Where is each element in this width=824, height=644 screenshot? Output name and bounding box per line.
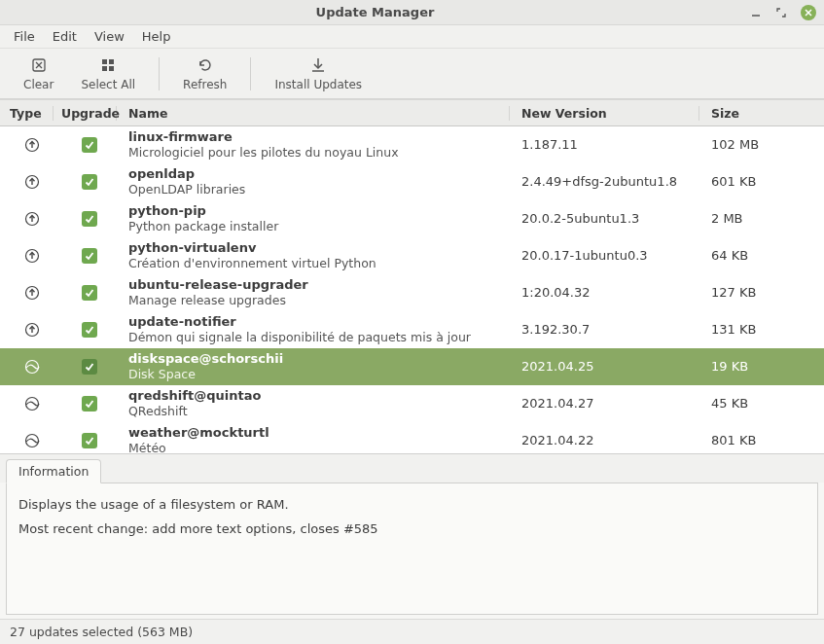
titlebar: Update Manager	[0, 0, 824, 25]
table-body[interactable]: linux-firmwareMicrologiciel pour les pil…	[0, 126, 824, 453]
upgrade-checkbox[interactable]	[82, 174, 97, 190]
refresh-icon	[197, 56, 214, 74]
package-size: 131 KB	[711, 322, 756, 337]
package-version: 20.0.2-5ubuntu1.3	[521, 211, 639, 226]
package-version: 2021.04.22	[521, 433, 593, 447]
package-description: Météo	[128, 441, 510, 453]
column-header-size[interactable]: Size	[699, 106, 824, 121]
package-description: Création d'environnement virtuel Python	[128, 256, 510, 270]
refresh-button[interactable]: Refresh	[169, 53, 240, 95]
package-version: 2.4.49+dfsg-2ubuntu1.8	[521, 174, 677, 189]
install-updates-button[interactable]: Install Updates	[261, 53, 376, 95]
close-button[interactable]	[801, 5, 816, 20]
toolbar-separator	[159, 57, 160, 90]
upgrade-checkbox[interactable]	[82, 137, 97, 153]
package-version: 2021.04.27	[521, 396, 593, 411]
svg-rect-7	[109, 59, 114, 64]
package-version: 1.187.11	[521, 137, 578, 152]
info-tabs: Information	[0, 453, 824, 483]
statusbar: 27 updates selected (563 MB)	[0, 619, 824, 644]
select-all-button[interactable]: Select All	[67, 53, 149, 95]
package-name: update-notifier	[128, 314, 510, 329]
upgrade-checkbox[interactable]	[82, 433, 97, 448]
package-name: ubuntu-release-upgrader	[128, 277, 510, 292]
column-header-type[interactable]: Type	[0, 106, 54, 121]
clear-label: Clear	[23, 78, 54, 91]
package-description: QRedshift	[128, 404, 510, 418]
table-row[interactable]: openldapOpenLDAP libraries2.4.49+dfsg-2u…	[0, 163, 824, 200]
tab-information[interactable]: Information	[6, 459, 101, 483]
toolbar-separator	[250, 57, 251, 90]
select-all-label: Select All	[81, 78, 135, 91]
table-row[interactable]: python-virtualenvCréation d'environnemen…	[0, 237, 824, 274]
package-type-icon	[23, 432, 41, 449]
upgrade-checkbox[interactable]	[82, 248, 97, 264]
package-size: 45 KB	[711, 396, 748, 411]
updates-table: Type Upgrade Name New Version Size linux…	[0, 99, 824, 453]
clear-icon	[30, 56, 48, 74]
package-type-icon	[23, 358, 41, 376]
package-name: qredshift@quintao	[128, 388, 510, 403]
package-type-icon	[23, 284, 41, 302]
package-name: python-virtualenv	[128, 240, 510, 255]
column-header-version[interactable]: New Version	[510, 106, 699, 121]
package-version: 3.192.30.7	[521, 322, 590, 337]
menu-help[interactable]: Help	[134, 27, 179, 46]
package-description: Démon qui signale la disponibilité de pa…	[128, 330, 510, 344]
table-row[interactable]: qredshift@quintaoQRedshift2021.04.2745 K…	[0, 385, 824, 422]
upgrade-checkbox[interactable]	[82, 285, 97, 301]
package-size: 601 KB	[711, 174, 756, 189]
package-size: 19 KB	[711, 359, 748, 374]
select-all-icon	[99, 56, 117, 74]
maximize-button[interactable]	[775, 7, 787, 18]
upgrade-checkbox[interactable]	[82, 396, 97, 411]
table-row[interactable]: update-notifierDémon qui signale la disp…	[0, 311, 824, 348]
window-title: Update Manager	[0, 5, 750, 19]
package-type-icon	[23, 321, 41, 339]
svg-rect-8	[102, 66, 107, 71]
package-name: linux-firmware	[128, 129, 510, 144]
table-row[interactable]: python-pipPython package installer20.0.2…	[0, 200, 824, 237]
table-row[interactable]: linux-firmwareMicrologiciel pour les pil…	[0, 126, 824, 163]
toolbar: Clear Select All Refresh Install Updates	[0, 49, 824, 99]
info-description: Displays the usage of a filesystem or RA…	[18, 493, 806, 518]
package-version: 1:20.04.32	[521, 285, 591, 300]
package-type-icon	[23, 210, 41, 228]
table-row[interactable]: ubuntu-release-upgraderManage release up…	[0, 274, 824, 311]
menu-file[interactable]: File	[6, 27, 43, 46]
package-size: 102 MB	[711, 137, 759, 152]
package-size: 801 KB	[711, 433, 756, 447]
upgrade-checkbox[interactable]	[82, 359, 97, 375]
column-header-upgrade[interactable]: Upgrade	[54, 106, 117, 121]
svg-rect-9	[109, 66, 114, 71]
package-description: Disk Space	[128, 367, 510, 381]
column-header-name[interactable]: Name	[117, 106, 510, 121]
package-type-icon	[23, 247, 41, 265]
menu-view[interactable]: View	[87, 27, 132, 46]
package-name: openldap	[128, 166, 510, 181]
package-description: Python package installer	[128, 219, 510, 233]
package-type-icon	[23, 173, 41, 191]
package-version: 20.0.17-1ubuntu0.3	[521, 248, 648, 263]
menubar: File Edit View Help	[0, 25, 824, 49]
upgrade-checkbox[interactable]	[82, 211, 97, 227]
refresh-label: Refresh	[183, 78, 227, 91]
clear-button[interactable]: Clear	[10, 53, 67, 95]
package-name: python-pip	[128, 203, 510, 218]
package-size: 127 KB	[711, 285, 756, 300]
package-size: 64 KB	[711, 248, 748, 263]
package-name: weather@mockturtl	[128, 425, 510, 440]
package-type-icon	[23, 136, 41, 154]
package-type-icon	[23, 395, 41, 412]
package-size: 2 MB	[711, 211, 743, 226]
info-changelog: Most recent change: add more text option…	[18, 518, 806, 542]
table-row[interactable]: weather@mockturtlMétéo2021.04.22801 KB	[0, 422, 824, 453]
info-panel: Displays the usage of a filesystem or RA…	[6, 483, 818, 615]
upgrade-checkbox[interactable]	[82, 322, 97, 338]
table-row[interactable]: diskspace@schorschiiDisk Space2021.04.25…	[0, 348, 824, 385]
svg-rect-6	[102, 59, 107, 64]
menu-edit[interactable]: Edit	[45, 27, 85, 46]
package-description: OpenLDAP libraries	[128, 182, 510, 197]
install-icon	[309, 56, 327, 74]
minimize-button[interactable]	[750, 7, 762, 18]
